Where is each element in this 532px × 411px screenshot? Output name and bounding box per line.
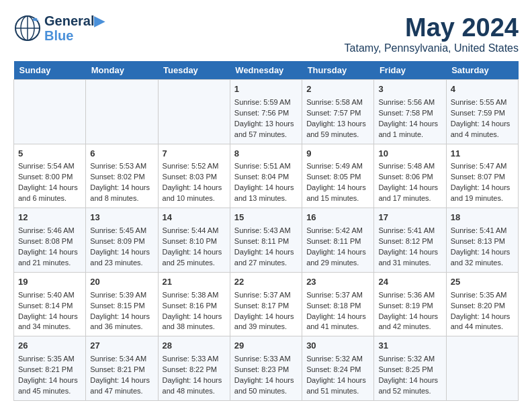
calendar-cell: [86, 80, 158, 144]
day-number: 18: [451, 212, 514, 224]
cell-content-line: Sunset: 8:16 PM: [163, 301, 226, 312]
cell-content-line: Daylight: 14 hours and 45 minutes.: [18, 375, 81, 397]
cell-content-line: Daylight: 14 hours and 51 minutes.: [306, 375, 369, 397]
cell-content-line: Sunset: 8:09 PM: [90, 236, 153, 247]
calendar-cell: 8Sunrise: 5:51 AMSunset: 8:04 PMDaylight…: [230, 144, 302, 208]
day-number: 10: [378, 148, 441, 161]
cell-content-line: Sunrise: 5:58 AM: [306, 97, 369, 108]
calendar-cell: [446, 336, 518, 401]
calendar-header-row: SundayMondayTuesdayWednesdayThursdayFrid…: [14, 61, 519, 80]
cell-content-line: Daylight: 14 hours and 23 minutes.: [90, 247, 153, 269]
calendar-cell: 23Sunrise: 5:37 AMSunset: 8:18 PMDayligh…: [302, 272, 374, 336]
header-thursday: Thursday: [302, 61, 374, 80]
calendar-week-row: 19Sunrise: 5:40 AMSunset: 8:14 PMDayligh…: [14, 272, 519, 336]
cell-content-line: Sunrise: 5:32 AM: [306, 354, 369, 365]
cell-content-line: Sunset: 8:14 PM: [18, 301, 81, 312]
cell-content-line: Sunset: 8:00 PM: [18, 172, 81, 183]
day-number: 13: [90, 212, 153, 224]
day-number: 28: [163, 340, 226, 353]
calendar-cell: 13Sunrise: 5:45 AMSunset: 8:09 PMDayligh…: [86, 208, 158, 273]
day-number: 1: [234, 83, 298, 96]
cell-content-line: Daylight: 14 hours and 6 minutes.: [18, 183, 81, 204]
cell-content-line: Sunrise: 5:39 AM: [90, 290, 153, 301]
cell-content-line: Daylight: 14 hours and 34 minutes.: [18, 312, 81, 333]
day-number: 12: [18, 212, 81, 224]
day-number: 22: [234, 276, 298, 289]
cell-content-line: Sunset: 7:59 PM: [451, 108, 514, 119]
cell-content-line: Sunset: 8:06 PM: [378, 172, 441, 183]
cell-content-line: Daylight: 14 hours and 48 minutes.: [163, 375, 226, 397]
day-number: 29: [234, 340, 298, 353]
cell-content-line: Sunset: 7:57 PM: [306, 108, 369, 119]
cell-content-line: Sunset: 8:24 PM: [306, 365, 369, 375]
day-number: 3: [378, 83, 441, 96]
cell-content-line: Daylight: 14 hours and 52 minutes.: [378, 375, 441, 397]
calendar-cell: 1Sunrise: 5:59 AMSunset: 7:56 PMDaylight…: [230, 80, 302, 144]
calendar-cell: 11Sunrise: 5:47 AMSunset: 8:07 PMDayligh…: [446, 144, 518, 208]
calendar-cell: 22Sunrise: 5:37 AMSunset: 8:17 PMDayligh…: [230, 272, 302, 336]
cell-content-line: Daylight: 14 hours and 32 minutes.: [451, 247, 514, 269]
cell-content-line: Daylight: 14 hours and 50 minutes.: [234, 375, 298, 397]
calendar-cell: 24Sunrise: 5:36 AMSunset: 8:19 PMDayligh…: [374, 272, 446, 336]
cell-content-line: Daylight: 14 hours and 47 minutes.: [90, 375, 153, 397]
cell-content-line: Sunrise: 5:42 AM: [306, 226, 369, 236]
calendar-cell: 29Sunrise: 5:33 AMSunset: 8:23 PMDayligh…: [230, 336, 302, 401]
calendar-week-row: 26Sunrise: 5:35 AMSunset: 8:21 PMDayligh…: [14, 336, 519, 401]
cell-content-line: Sunrise: 5:52 AM: [163, 161, 226, 172]
header-wednesday: Wednesday: [230, 61, 302, 80]
cell-content-line: Sunrise: 5:49 AM: [306, 161, 369, 172]
cell-content-line: Sunset: 8:08 PM: [18, 236, 81, 247]
calendar-cell: 3Sunrise: 5:56 AMSunset: 7:58 PMDaylight…: [374, 80, 446, 144]
calendar-cell: 16Sunrise: 5:42 AMSunset: 8:11 PMDayligh…: [302, 208, 374, 273]
cell-content-line: Sunset: 8:05 PM: [306, 172, 369, 183]
cell-content-line: Sunrise: 5:53 AM: [90, 161, 153, 172]
cell-content-line: Daylight: 14 hours and 25 minutes.: [163, 247, 226, 269]
cell-content-line: Daylight: 13 hours and 57 minutes.: [234, 119, 298, 140]
cell-content-line: Sunrise: 5:59 AM: [234, 97, 298, 108]
cell-content-line: Sunset: 8:13 PM: [451, 236, 514, 247]
cell-content-line: Sunset: 8:22 PM: [163, 365, 226, 375]
cell-content-line: Sunrise: 5:33 AM: [163, 354, 226, 365]
day-number: 4: [451, 83, 514, 96]
calendar-table: SundayMondayTuesdayWednesdayThursdayFrid…: [13, 61, 519, 401]
cell-content-line: Sunrise: 5:45 AM: [90, 226, 153, 236]
calendar-cell: 30Sunrise: 5:32 AMSunset: 8:24 PMDayligh…: [302, 336, 374, 401]
day-number: 26: [18, 340, 81, 353]
cell-content-line: Sunrise: 5:37 AM: [306, 290, 369, 301]
calendar-cell: 28Sunrise: 5:33 AMSunset: 8:22 PMDayligh…: [158, 336, 230, 401]
cell-content-line: Daylight: 14 hours and 44 minutes.: [451, 312, 514, 333]
day-number: 14: [163, 212, 226, 224]
logo-text: General▶: [44, 13, 104, 28]
cell-content-line: Sunset: 8:10 PM: [163, 236, 226, 247]
calendar-cell: 18Sunrise: 5:41 AMSunset: 8:13 PMDayligh…: [446, 208, 518, 273]
cell-content-line: Sunrise: 5:47 AM: [451, 161, 514, 172]
cell-content-line: Daylight: 14 hours and 4 minutes.: [451, 119, 514, 140]
cell-content-line: Daylight: 14 hours and 17 minutes.: [378, 183, 441, 204]
cell-content-line: Sunrise: 5:41 AM: [451, 226, 514, 236]
cell-content-line: Sunset: 7:58 PM: [378, 108, 441, 119]
cell-content-line: Sunset: 8:21 PM: [18, 365, 81, 375]
cell-content-line: Daylight: 14 hours and 41 minutes.: [306, 312, 369, 333]
header-monday: Monday: [86, 61, 158, 80]
header-saturday: Saturday: [446, 61, 518, 80]
cell-content-line: Sunrise: 5:37 AM: [234, 290, 298, 301]
cell-content-line: Sunrise: 5:41 AM: [378, 226, 441, 236]
cell-content-line: Sunset: 8:18 PM: [306, 301, 369, 312]
cell-content-line: Sunrise: 5:38 AM: [163, 290, 226, 301]
day-number: 7: [163, 148, 226, 161]
cell-content-line: Sunset: 8:11 PM: [306, 236, 369, 247]
day-number: 15: [234, 212, 298, 224]
calendar-cell: 9Sunrise: 5:49 AMSunset: 8:05 PMDaylight…: [302, 144, 374, 208]
cell-content-line: Daylight: 14 hours and 42 minutes.: [378, 312, 441, 333]
cell-content-line: Sunrise: 5:44 AM: [163, 226, 226, 236]
calendar-cell: 17Sunrise: 5:41 AMSunset: 8:12 PMDayligh…: [374, 208, 446, 273]
cell-content-line: Sunrise: 5:46 AM: [18, 226, 81, 236]
day-number: 9: [306, 148, 369, 161]
calendar-cell: 26Sunrise: 5:35 AMSunset: 8:21 PMDayligh…: [14, 336, 86, 401]
cell-content-line: Sunrise: 5:32 AM: [378, 354, 441, 365]
cell-content-line: Sunset: 8:12 PM: [378, 236, 441, 247]
calendar-cell: 2Sunrise: 5:58 AMSunset: 7:57 PMDaylight…: [302, 80, 374, 144]
calendar-cell: 20Sunrise: 5:39 AMSunset: 8:15 PMDayligh…: [86, 272, 158, 336]
day-number: 31: [378, 340, 441, 353]
cell-content-line: Daylight: 14 hours and 39 minutes.: [234, 312, 298, 333]
